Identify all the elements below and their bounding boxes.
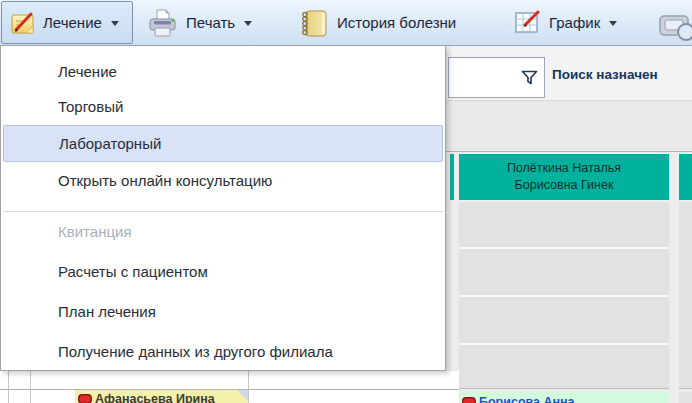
row-separator	[459, 343, 669, 345]
schedule-grid-next-column[interactable]	[679, 202, 692, 389]
chevron-down-icon	[111, 21, 119, 26]
toolbar-button-istoriya-bolezni[interactable]: История болезни	[298, 1, 456, 44]
menu-item-raschety-s-pacientom[interactable]: Расчеты с пациентом	[3, 253, 443, 290]
search-box	[448, 57, 545, 98]
search-assignments-label: Поиск назначен	[552, 67, 658, 82]
notebook-icon	[298, 8, 330, 38]
main-toolbar: Лечение Печать	[0, 0, 692, 46]
menu-item-online-consultation[interactable]: Открыть онлайн консультацию	[3, 162, 443, 199]
menu-item-label: Лабораторный	[59, 135, 161, 152]
magnifier-device-icon	[656, 9, 692, 45]
doctor-name-line1: Полёткина Наталья	[507, 160, 621, 177]
appointment-patient-name: Борисова Анна	[479, 395, 575, 403]
schedule-grid-pencil-icon	[514, 9, 542, 36]
menu-item-poluchenie-dannyh[interactable]: Получение данных из другого филиала	[3, 333, 443, 370]
grid-line	[30, 371, 31, 403]
menu-item-kvitanciya: Квитанция	[3, 213, 443, 250]
schedule-grid[interactable]	[459, 202, 669, 389]
appointment-afanasyeva[interactable]: Афанасьева Ирина	[75, 390, 248, 403]
row-separator	[459, 295, 669, 297]
menu-item-label: Получение данных из другого филиала	[58, 343, 333, 360]
printer-icon	[146, 7, 179, 38]
grid-line	[8, 371, 9, 403]
doctor-column-edge	[450, 154, 454, 200]
menu-separator	[3, 211, 443, 212]
appointment-borisova[interactable]: Борисова Анна	[459, 392, 669, 403]
schedule-grid-left[interactable]: Афанасьева Ирина	[0, 371, 459, 403]
menu-item-label: План лечения	[58, 303, 156, 320]
toolbar-button-label: История болезни	[337, 14, 456, 31]
grid-line	[248, 371, 249, 403]
folded-corner-icon	[237, 390, 248, 401]
toolbar-button-clipped[interactable]	[656, 5, 692, 48]
menu-item-lechenie[interactable]: Лечение	[3, 53, 443, 90]
toolbar-button-label: Печать	[186, 14, 235, 31]
chevron-down-icon	[609, 21, 617, 26]
menu-item-label: Открыть онлайн консультацию	[58, 172, 272, 189]
next-doctor-column-header	[679, 154, 692, 200]
chevron-down-icon	[244, 21, 252, 26]
toolbar-button-grafik[interactable]: График	[514, 1, 617, 44]
filter-funnel-icon[interactable]	[520, 69, 539, 86]
menu-item-label: Квитанция	[58, 223, 132, 240]
row-separator	[459, 247, 669, 249]
toolbar-button-lechenie[interactable]: Лечение	[1, 1, 133, 44]
red-status-badge-icon	[78, 394, 92, 403]
doctor-column-header[interactable]: Полёткина Наталья Борисовна Гинек	[459, 154, 669, 200]
appointment-patient-name: Афанасьева Ирина	[95, 392, 215, 403]
schedule-grid-next-column-bottom	[679, 392, 692, 403]
menu-item-torgovy[interactable]: Торговый	[3, 88, 443, 125]
treatment-note-pencil-icon	[10, 10, 36, 36]
menu-item-label: Лечение	[58, 63, 117, 80]
red-status-badge-icon	[462, 397, 476, 403]
menu-item-label: Торговый	[58, 98, 123, 115]
menu-item-laboratorny[interactable]: Лабораторный	[3, 125, 443, 162]
lechenie-dropdown-menu: Лечение Торговый Лабораторный Открыть он…	[0, 45, 446, 371]
toolbar-button-label: График	[549, 14, 600, 31]
toolbar-button-label: Лечение	[43, 14, 102, 31]
menu-item-label: Расчеты с пациентом	[58, 263, 208, 280]
menu-item-plan-lecheniya[interactable]: План лечения	[3, 293, 443, 330]
doctor-name-line2: Борисовна Гинек	[515, 177, 614, 194]
toolbar-button-pechat[interactable]: Печать	[146, 1, 252, 44]
search-input[interactable]	[451, 60, 519, 95]
panel-band	[445, 100, 692, 151]
